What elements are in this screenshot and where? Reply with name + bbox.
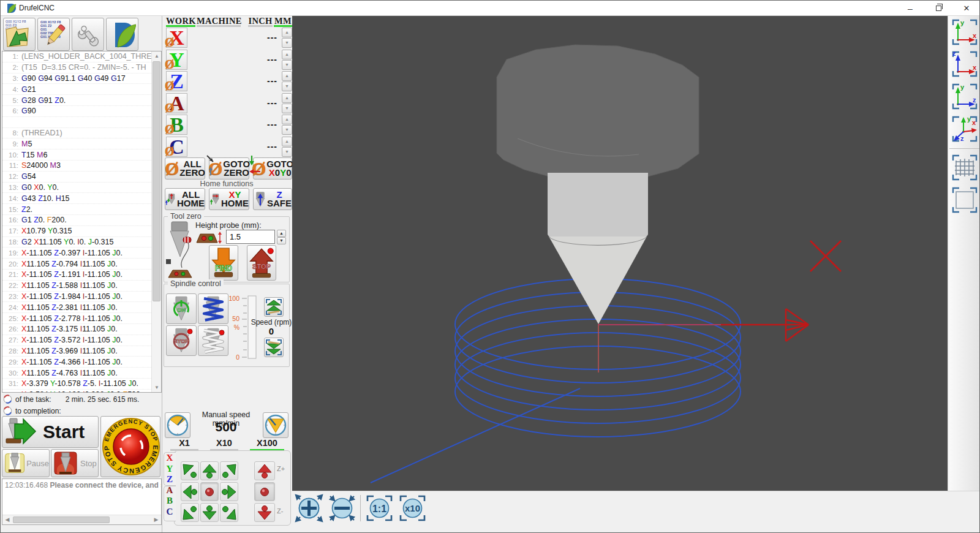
zoom-x10-button[interactable]: x10 <box>398 494 427 523</box>
manual-speed-down-button[interactable] <box>165 412 190 438</box>
jog-z-center-button[interactable] <box>254 482 275 501</box>
jog-x-plus-button[interactable] <box>220 482 238 501</box>
open-gcode-button[interactable]: G00 X1Y2 F8 G11 Z3 G01 X1 <box>3 18 36 51</box>
multiplier-x1[interactable]: X1 <box>169 438 200 448</box>
settings-button[interactable] <box>72 18 104 51</box>
axis-step-up-button[interactable]: ▲ <box>282 137 292 146</box>
view-iso-button[interactable]: y x z <box>951 115 979 143</box>
jog-z-plus-button[interactable] <box>254 461 275 480</box>
jog-axis-y[interactable]: Y <box>164 464 176 475</box>
jog-axis-b[interactable]: B <box>164 496 176 507</box>
jog-x-plus-y-plus-button[interactable] <box>220 461 238 480</box>
about-logo-button[interactable] <box>106 18 138 51</box>
axis-step-up-button[interactable]: ▲ <box>282 71 292 81</box>
axis-step-down-button[interactable]: ▼ <box>282 81 292 91</box>
scroll-thumb[interactable] <box>153 61 160 301</box>
close-button[interactable]: ✕ <box>952 1 980 16</box>
speed-down-button[interactable] <box>264 338 284 357</box>
jog-center-icon <box>202 484 217 500</box>
spindle-stop-button[interactable]: STOP <box>166 325 197 356</box>
scroll-down-icon[interactable]: ▼ <box>152 383 162 392</box>
spindle-reverse-button[interactable] <box>198 325 228 356</box>
scroll-left-icon[interactable]: ◀ <box>2 515 12 524</box>
all-zero-button[interactable]: Ø ALLZERO <box>165 157 205 180</box>
pause-button[interactable]: Pause <box>2 449 50 477</box>
z-plus-label: Z+ <box>277 465 285 472</box>
stop-button[interactable]: Stop <box>51 449 99 477</box>
jog-axis-x[interactable]: X <box>164 453 176 464</box>
axis-step-down-button[interactable]: ▼ <box>282 38 292 48</box>
manual-speed-up-button[interactable] <box>263 412 288 438</box>
jog-x-minus-y-plus-button[interactable] <box>181 461 199 480</box>
jog-z-minus-button[interactable] <box>254 503 275 522</box>
jog-axis-a[interactable]: A <box>164 485 176 496</box>
all-home-button[interactable]: ALLHOME <box>165 188 205 210</box>
svg-text:z: z <box>960 135 964 142</box>
zoom-in-button[interactable] <box>295 494 323 523</box>
completion-time-row: to completion: <box>3 406 61 416</box>
jog-x-plus-y-minus-button[interactable] <box>220 503 238 522</box>
gauge-up-icon <box>265 414 287 436</box>
hscroll-thumb[interactable] <box>13 516 110 523</box>
goto-x0y0-button[interactable]: Ø GOTOX0Y0 <box>253 157 292 180</box>
zoom-out-button[interactable] <box>328 494 356 523</box>
view-iso-icon: y x z <box>951 115 979 143</box>
edit-gcode-button[interactable]: G00 X1Y2 F8 G01 Z2 G01 G02 738 G01 X1 F3… <box>37 18 70 51</box>
view-top-xy-button[interactable]: y x <box>951 18 979 47</box>
gcode-line: 17:X10.79 Y0.315 <box>2 226 151 237</box>
jog-y-minus-button[interactable] <box>200 503 219 522</box>
jog-x-minus-y-minus-icon <box>182 505 198 521</box>
start-button[interactable]: Start <box>2 416 99 448</box>
xy-home-button[interactable]: XYHOME <box>209 188 249 210</box>
multiplier-x100[interactable]: X100 <box>249 438 285 448</box>
emergency-stop-icon: EMERGENCY STOP EMERGENCY STOP <box>102 417 160 476</box>
z-safe-button[interactable]: ZSAFE <box>253 188 292 210</box>
open-folder-icon <box>5 23 34 50</box>
minimize-button[interactable]: – <box>896 1 924 16</box>
jog-x-minus-y-plus-icon <box>182 463 198 479</box>
log-hscrollbar[interactable]: ◀ ▶ <box>2 515 161 524</box>
axis-step-down-button[interactable]: ▼ <box>282 147 292 157</box>
axis-step-down-button[interactable]: ▼ <box>282 60 292 70</box>
spindle-forward-button[interactable] <box>198 293 228 324</box>
jog-axis-z[interactable]: Z <box>164 474 176 485</box>
zoom-actual-button[interactable]: 1:1 <box>365 494 394 523</box>
toggle-bounds-button[interactable] <box>951 186 979 214</box>
axis-step-up-button[interactable]: ▲ <box>282 28 292 37</box>
emergency-stop-button[interactable]: EMERGENCY STOP EMERGENCY STOP <box>100 416 160 477</box>
axis-step-up-button[interactable]: ▲ <box>282 93 292 103</box>
viewport-3d[interactable] <box>292 16 948 491</box>
stop-tool-zero-button[interactable]: STOP <box>247 245 276 281</box>
gcode-list[interactable]: 1:(LENS_HOLDER_BACK_1004_THREAD2:(T15 D=… <box>2 51 162 393</box>
height-probe-spinner[interactable]: ▲ ▼ <box>277 230 286 244</box>
axis-step-up-button[interactable]: ▲ <box>282 50 292 59</box>
jog-center-button[interactable] <box>200 482 219 501</box>
jog-x-minus-button[interactable] <box>181 482 199 501</box>
jog-axis-c[interactable]: C <box>164 507 176 518</box>
svg-text:x: x <box>972 119 976 126</box>
axis-step-up-button[interactable]: ▲ <box>282 115 292 124</box>
axis-step-down-button[interactable]: ▼ <box>282 104 292 113</box>
restore-button[interactable] <box>924 1 952 16</box>
spindle-on-button[interactable]: ON <box>166 293 197 324</box>
gcode-scrollbar[interactable]: ▲ ▼ <box>151 51 161 392</box>
find-tool-zero-button[interactable]: FIND <box>209 245 238 281</box>
jog-y-plus-button[interactable] <box>200 461 219 480</box>
toggle-grid-button[interactable] <box>951 153 979 182</box>
jog-x-minus-y-minus-button[interactable] <box>181 503 199 522</box>
scroll-up-icon[interactable]: ▲ <box>152 51 162 61</box>
multiplier-x10[interactable]: X10 <box>209 438 239 448</box>
jog-x-plus-y-plus-icon <box>221 463 237 479</box>
height-probe-input[interactable] <box>226 230 275 244</box>
view-side-yz-button[interactable]: y z <box>951 82 979 111</box>
view-front-xz-button[interactable]: z x <box>951 50 979 78</box>
speed-up-button[interactable] <box>264 297 284 317</box>
jog-z-minus-icon <box>257 505 273 521</box>
log-panel[interactable]: 12:03:16.468 Please connect the device, … <box>2 478 162 525</box>
scroll-right-icon[interactable]: ▶ <box>151 515 161 524</box>
view-orientation-panel: y x z x y z <box>948 16 980 491</box>
goto-zero-button[interactable]: Ø GOTOZERO <box>209 157 249 180</box>
zero-axis-icon[interactable]: Ø <box>165 145 175 159</box>
zoom-out-icon <box>328 494 356 523</box>
axis-step-down-button[interactable]: ▼ <box>282 125 292 135</box>
